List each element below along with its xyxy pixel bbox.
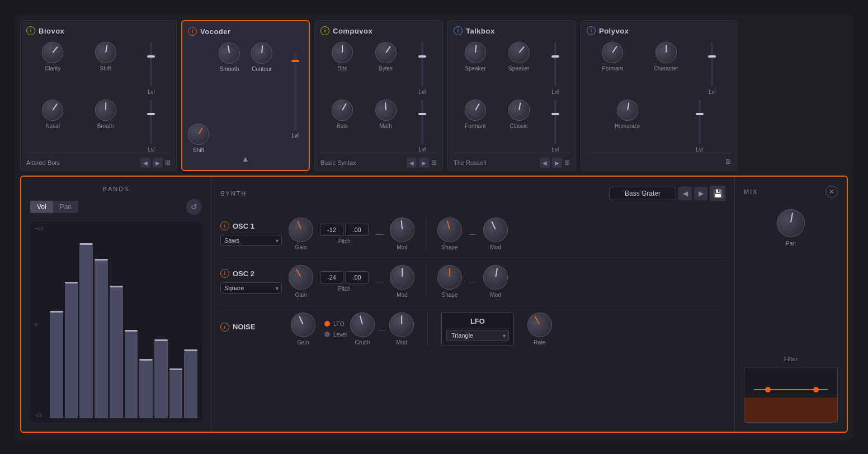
talkbox-sliders-icon[interactable]: ⊞: [564, 159, 570, 167]
compuvox-lvl-track2[interactable]: [421, 100, 423, 144]
talkbox-classic-knob[interactable]: [507, 98, 531, 122]
eq-bar-handle-6: [125, 330, 138, 332]
compuvox-lvl-track1[interactable]: [421, 42, 423, 87]
lfo-lfo-row: LFO: [324, 321, 347, 327]
osc1-shape-mod-knob[interactable]: [480, 215, 511, 245]
osc2-mod-knob[interactable]: [388, 263, 417, 291]
biovox-lvl-track2[interactable]: [150, 100, 152, 144]
breath-knob[interactable]: [92, 97, 119, 124]
noise-gain-label: Gain: [297, 339, 309, 346]
mix-pan-knob[interactable]: [776, 208, 806, 238]
compuvox-prev-btn[interactable]: ◀: [407, 158, 417, 168]
osc2-shape-mod-knob[interactable]: [480, 261, 511, 292]
biovox-lvl-label2: Lvl: [148, 146, 155, 153]
compuvox-lvl-label1: Lvl: [418, 89, 426, 95]
noise-gain-knob[interactable]: [288, 310, 318, 340]
reset-bands-btn[interactable]: ↺: [186, 199, 202, 215]
smooth-knob[interactable]: [215, 39, 244, 68]
talkbox-speaker1-knob[interactable]: [463, 40, 489, 66]
eq-bar-8[interactable]: [154, 341, 168, 418]
bytes-knob[interactable]: [372, 40, 399, 66]
breath-knob-group: Breath: [95, 100, 116, 153]
eq-bar-handle-8: [154, 339, 168, 341]
polyvox-lvl-track2[interactable]: [699, 100, 701, 144]
eq-bar-10[interactable]: [184, 351, 197, 418]
character-knob[interactable]: [652, 39, 680, 67]
eq-bar-1[interactable]: [50, 313, 63, 418]
vol-toggle-btn[interactable]: Vol: [30, 201, 53, 213]
vocoder-shift-knob[interactable]: [186, 122, 211, 146]
bits-knob[interactable]: [329, 39, 356, 67]
bits-label: Bits: [338, 65, 347, 72]
eq-bar-6[interactable]: [125, 332, 138, 418]
compuvox-lvl-thumb1: [418, 55, 426, 58]
noise-mod-knob[interactable]: [387, 311, 416, 339]
biovox-next-btn[interactable]: ▶: [153, 158, 163, 168]
polyvox-lvl-track1[interactable]: [711, 42, 713, 87]
osc1-waveform-select[interactable]: Saws Square Triangle Sine: [220, 235, 282, 246]
plugin-talkbox: i Talkbox Speaker Speaker Lvl: [447, 20, 576, 171]
preset-save-btn[interactable]: 💾: [710, 186, 725, 201]
talkbox-speaker2-knob[interactable]: [505, 39, 532, 67]
pan-toggle-btn[interactable]: Pan: [53, 201, 78, 213]
vocoder-lvl-track[interactable]: [294, 52, 296, 130]
crush-knob[interactable]: [349, 311, 376, 338]
biovox-prev-btn[interactable]: ◀: [140, 158, 150, 168]
osc2-pitch-coarse[interactable]: [320, 271, 343, 283]
eq-bar-4[interactable]: [95, 261, 108, 418]
polyvox-sliders-icon[interactable]: ⊞: [725, 158, 731, 165]
noise-label: i NOISE: [220, 323, 282, 332]
osc2-shape-label: Shape: [442, 292, 458, 298]
plugin-polyvox: i Polyvox Formant Character Lvl: [581, 20, 737, 171]
polyvox-knobs-top: Formant Character Lvl: [587, 42, 731, 95]
osc1-shape-group: Shape: [437, 217, 462, 250]
talkbox-lvl-track1[interactable]: [554, 42, 556, 87]
osc2-gain-knob[interactable]: [285, 261, 317, 292]
biovox-lvl-track1[interactable]: [150, 42, 152, 87]
contour-knob[interactable]: [249, 40, 275, 67]
osc1-gain-knob[interactable]: [287, 215, 315, 244]
eq-bar-5[interactable]: [110, 287, 123, 418]
biovox-sliders-icon[interactable]: ⊞: [165, 159, 171, 167]
preset-next-btn[interactable]: ▶: [694, 187, 707, 200]
math-knob[interactable]: [371, 96, 399, 124]
talkbox-prev-btn[interactable]: ◀: [540, 158, 550, 168]
osc1-pitch-fine[interactable]: [345, 224, 369, 236]
formant-label: Formant: [602, 65, 623, 72]
lfo-level-label: Level: [333, 332, 347, 338]
talkbox-next-btn[interactable]: ▶: [552, 158, 562, 168]
osc1-shape-knob[interactable]: [436, 216, 463, 243]
filter-display[interactable]: [744, 367, 838, 423]
math-label: Math: [379, 123, 391, 129]
shift-knob[interactable]: [93, 40, 118, 65]
mix-close-btn[interactable]: ✕: [825, 186, 838, 198]
noise-divider: [427, 313, 428, 346]
eq-bar-3[interactable]: [79, 245, 93, 418]
nasal-knob[interactable]: [40, 97, 66, 124]
polyvox-icon: i: [587, 26, 596, 35]
clarity-knob[interactable]: [39, 39, 67, 67]
lfo-waveform-select[interactable]: Triangle Sine Square Sawtooth: [446, 330, 509, 341]
osc1-pitch-coarse[interactable]: [320, 224, 343, 236]
eq-bar-9[interactable]: [169, 370, 183, 418]
talkbox-lvl-label1: Lvl: [551, 89, 559, 95]
talkbox-speaker2-label: Speaker: [508, 65, 529, 72]
compuvox-sliders-icon[interactable]: ⊞: [431, 159, 437, 167]
compuvox-next-btn[interactable]: ▶: [419, 158, 429, 168]
osc2-pitch-fine[interactable]: [345, 271, 369, 283]
bats-knob[interactable]: [330, 98, 355, 122]
talkbox-formant-knob[interactable]: [463, 98, 488, 122]
humanize-knob[interactable]: [615, 98, 640, 122]
osc1-mod-knob[interactable]: [389, 216, 416, 243]
biovox-header: i Biovox: [26, 26, 171, 35]
lfo-rate-knob[interactable]: [524, 309, 555, 340]
osc2-icon: i: [220, 269, 229, 278]
osc2-waveform-select[interactable]: Square Saws Triangle Sine: [220, 282, 282, 294]
osc2-shape-knob[interactable]: [436, 263, 464, 291]
talkbox-header: i Talkbox: [454, 26, 570, 35]
eq-bar-7[interactable]: [139, 361, 153, 418]
talkbox-lvl-track2[interactable]: [554, 100, 556, 144]
preset-prev-btn[interactable]: ◀: [678, 187, 692, 200]
eq-bar-2[interactable]: [65, 283, 78, 418]
formant-knob[interactable]: [600, 40, 626, 66]
